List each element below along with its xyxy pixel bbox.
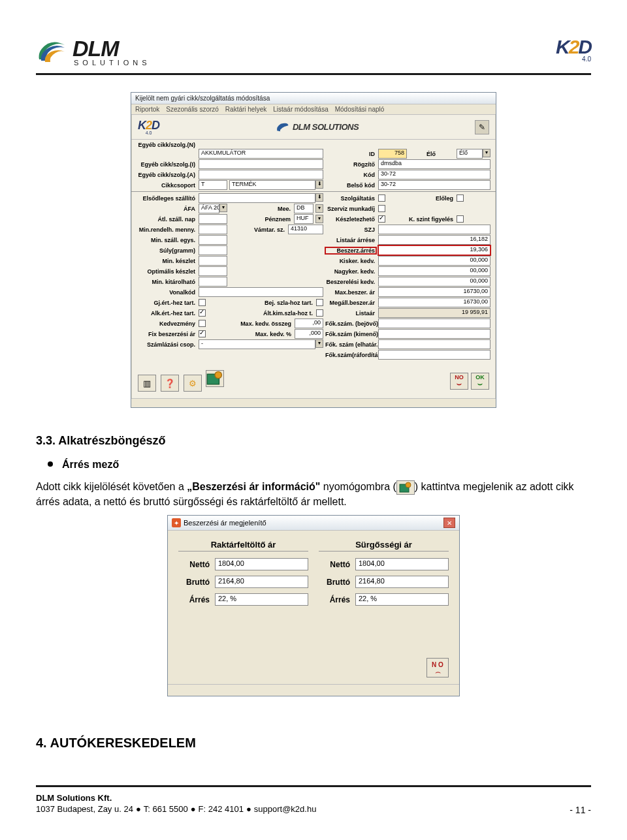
fld-egyeb-i[interactable]	[199, 159, 323, 169]
fld-megall[interactable]: 16730,00	[378, 298, 490, 307]
fld-afa[interactable]: ÁFA 20%	[199, 204, 219, 213]
page-footer: DLM Solutions Kft. 1037 Budapest, Zay u.…	[36, 785, 591, 815]
lbl-nagyker: Nagyker. kedv.	[325, 268, 376, 275]
bullet-text: Árrés mező	[62, 458, 119, 472]
window-logo-row: K2D 4.0 DLM SOLUTIONS ✎	[131, 115, 496, 140]
popup-no-button[interactable]: N O ⌢	[426, 658, 449, 677]
fld-minkitar[interactable]	[199, 277, 227, 287]
fld-beszerel[interactable]: 00,000	[378, 277, 490, 287]
barcode-icon[interactable]: ▥	[138, 375, 156, 392]
chk-szerviz[interactable]	[378, 205, 385, 212]
fld-vonalkod[interactable]	[199, 287, 323, 297]
lbl-minkitar: Min. kitárolható	[137, 279, 197, 285]
menu-naplo[interactable]: Módosítási napló	[335, 106, 385, 113]
down-arrow-icon[interactable]: ⬇	[315, 180, 323, 189]
chk-bej[interactable]	[316, 299, 323, 306]
fld-elo[interactable]: Élő	[457, 149, 483, 159]
fld-maxkedvo[interactable]: ,00	[295, 319, 323, 328]
chevron-down-icon[interactable]: ▾	[315, 339, 323, 348]
down-arrow-icon[interactable]: ⬇	[315, 193, 323, 202]
fld-kod[interactable]: 30-72	[378, 170, 490, 179]
fld-rogzito: dmsdba	[378, 159, 490, 169]
lbl-vonalkod: Vonalkód	[137, 289, 197, 296]
lbl-altkim: Ált.kim.szla-hoz t.	[229, 310, 314, 317]
chk-altkim[interactable]	[316, 309, 323, 317]
chk-gjert[interactable]	[199, 299, 206, 306]
chevron-down-icon[interactable]: ▾	[315, 204, 323, 213]
fld-minkeszlet[interactable]	[199, 256, 227, 266]
heading-4: 4. AUTÓKERESKEDELEM	[36, 736, 591, 751]
svg-point-1	[215, 372, 221, 379]
fld-fokraford[interactable]	[378, 350, 490, 360]
mini-dlm-logo: DLM SOLUTIONS	[276, 121, 359, 133]
fld-szamcsop[interactable]: -	[199, 339, 315, 349]
chevron-down-icon[interactable]: ▾	[219, 204, 227, 212]
fld-belsokod[interactable]: 30-72	[378, 180, 490, 190]
chk-kszint[interactable]	[457, 215, 464, 223]
popup-titlebar: ✦ Beszerzési ár megjelenítő ✕	[168, 516, 459, 531]
fld-minszall[interactable]	[199, 235, 227, 245]
menu-szezonalis[interactable]: Szezonális szorzó	[166, 106, 219, 113]
help-icon[interactable]: ❓	[161, 375, 179, 392]
fld-vamtar[interactable]: 41310	[288, 225, 323, 234]
fld-atl[interactable]	[199, 214, 227, 224]
fld-fokkimeno[interactable]	[378, 329, 490, 339]
fld-optkeszlet[interactable]	[199, 266, 227, 276]
chk-kedv[interactable]	[199, 320, 206, 327]
fld-listaar: 19 959,91	[378, 308, 490, 318]
chk-szolgaltatas[interactable]	[378, 194, 385, 202]
fld-fokbejovo[interactable]	[378, 319, 490, 328]
fld-suly[interactable]	[199, 245, 227, 255]
fld-elsodleges[interactable]	[199, 193, 315, 203]
chk-alkert[interactable]	[199, 309, 206, 317]
col-surgossegi: Sürgősségi ár Nettó1804,00 Bruttó2164,80…	[319, 540, 449, 611]
fld-listaarr[interactable]: 16,182	[378, 235, 490, 245]
col2-head: Sürgősségi ár	[319, 540, 449, 552]
close-icon[interactable]: ✕	[443, 518, 455, 528]
fld-beszarr[interactable]: 19,306	[378, 245, 490, 255]
fld-minrend[interactable]	[199, 225, 227, 234]
fld-penznem[interactable]: HUF	[294, 214, 314, 224]
fld-mee[interactable]: DB	[294, 204, 314, 213]
lbl-penznem: Pénznem	[229, 216, 292, 223]
k2d-2: 2	[569, 36, 579, 58]
fld-nagyker[interactable]: 00,000	[378, 266, 490, 276]
fld-maxbeszer[interactable]: 16730,00	[378, 287, 490, 297]
no-button[interactable]: NO⌣	[450, 373, 468, 390]
menu-raktari[interactable]: Raktári helyek	[225, 106, 266, 113]
price-info-icon[interactable]	[206, 370, 224, 387]
lbl-keszlet: Készletezhető	[325, 216, 376, 223]
settings-icon[interactable]: ⚙	[184, 375, 202, 392]
chk-fixbesz[interactable]	[199, 330, 206, 337]
footer-fax: F: 242 4101	[199, 804, 244, 814]
fld-szj[interactable]	[378, 225, 490, 234]
lbl-eloleg: Előleg	[409, 195, 455, 202]
lbl-listaarr: Listaár árrése	[325, 237, 376, 243]
lbl-egyeb-n: Egyéb cikk/szolg.(N)	[137, 142, 197, 148]
ok-button[interactable]: OK⌣	[471, 373, 489, 390]
menu-listaar[interactable]: Listaár módosítása	[273, 106, 329, 113]
price-info-icon	[396, 480, 415, 495]
fld-cikkcsoport-code[interactable]: T	[199, 180, 227, 190]
fld-maxkedvp[interactable]: ,000	[295, 329, 323, 339]
edit-icon[interactable]: ✎	[475, 120, 489, 134]
lbl-maxkedvp: Max. kedv. %	[229, 331, 293, 337]
lbl-alkert: Alk.ért.-hez tart.	[137, 310, 197, 317]
chevron-down-icon[interactable]: ▾	[483, 149, 490, 157]
chevron-down-icon[interactable]: ▾	[315, 215, 323, 223]
lbl-beszerel: Beszerelési kedv.	[325, 279, 376, 285]
menu-riportok[interactable]: Riportok	[135, 106, 159, 113]
chk-keszlet[interactable]	[378, 215, 385, 223]
chk-eloleg[interactable]	[457, 194, 464, 202]
fld-egyeb-n[interactable]: AKKUMULÁTOR	[199, 149, 323, 159]
price-popup-window: ✦ Beszerzési ár megjelenítő ✕ Raktárfelt…	[167, 515, 460, 696]
lbl-maxkedvo: Max. kedv. összeg	[229, 320, 293, 327]
fld-kisker[interactable]: 00,000	[378, 256, 490, 266]
statusbar	[131, 398, 496, 407]
fld-fokelhat[interactable]	[378, 339, 490, 349]
lbl-kod: Kód	[325, 172, 376, 178]
fld-egyeb-a[interactable]	[199, 170, 323, 179]
lbl-kedv: Kedvezmény	[137, 320, 197, 327]
lbl-id: ID	[325, 151, 376, 157]
fld-cikkcsoport[interactable]: TERMÉK	[229, 180, 315, 190]
